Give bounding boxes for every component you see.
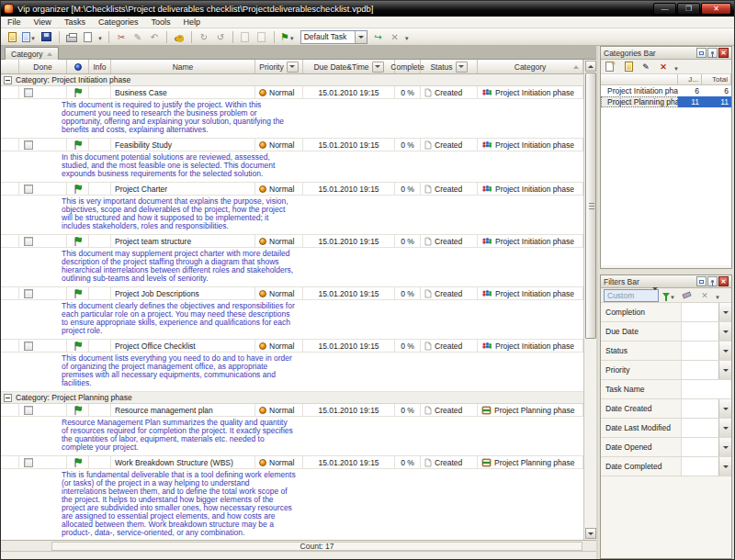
filter-value[interactable] xyxy=(682,399,718,418)
menu-tools[interactable]: Tools xyxy=(144,17,176,28)
apply-filter-button[interactable]: ▼ xyxy=(662,288,677,302)
filter-dropdown-button[interactable] xyxy=(718,342,731,360)
menu-categories[interactable]: Categories xyxy=(92,17,145,28)
task-row[interactable]: Project team structure Normal 15.01.2010… xyxy=(1,235,583,248)
scrollbar-thumb[interactable] xyxy=(585,73,596,339)
filter-value[interactable] xyxy=(682,322,718,341)
categories-col-j[interactable]: J... xyxy=(678,74,702,84)
category-item[interactable]: Project Initiation phase 6 6 xyxy=(601,85,731,96)
pin-panel-button[interactable] xyxy=(707,276,718,286)
close-panel-button[interactable]: ✕ xyxy=(718,48,729,58)
preset-dropdown-button[interactable] xyxy=(652,290,658,301)
menu-help[interactable]: Help xyxy=(176,17,207,28)
group-row[interactable]: Category: Project Planning phase xyxy=(1,392,583,404)
filter-value[interactable] xyxy=(682,342,718,360)
filter-preset-combo[interactable]: Custom xyxy=(604,289,659,302)
vertical-scrollbar[interactable] xyxy=(583,60,596,540)
filter-dropdown-button[interactable] xyxy=(718,399,731,418)
move-up-button[interactable]: ↻ xyxy=(197,30,211,44)
header-complete[interactable]: Complete xyxy=(395,60,421,73)
maximize-button[interactable]: ❐ xyxy=(677,3,700,15)
filter-value[interactable] xyxy=(682,361,718,379)
save-button[interactable] xyxy=(40,30,54,44)
move-down-button[interactable]: ↺ xyxy=(213,30,228,44)
categories-toolbar-overflow[interactable]: ▼ xyxy=(673,66,679,72)
flag-button[interactable]: ⚑▼ xyxy=(279,30,297,44)
horizontal-scrollbar[interactable] xyxy=(1,551,596,560)
undo-button[interactable]: ↶ xyxy=(147,30,162,44)
toolbar-overflow[interactable]: ▼ xyxy=(97,36,103,41)
collapse-group-icon[interactable] xyxy=(4,394,12,402)
delete-filter-button[interactable]: ✕ xyxy=(697,288,712,302)
close-button[interactable]: ✕ xyxy=(701,3,731,15)
header-info[interactable]: Info xyxy=(89,60,111,73)
filter-value[interactable] xyxy=(682,438,718,456)
add-category-button[interactable]: ✶ xyxy=(604,60,618,73)
collapse-group-icon[interactable] xyxy=(4,76,12,84)
done-checkbox[interactable] xyxy=(24,406,33,415)
task-row[interactable]: Project Charter Normal 15.01.2010 19:15 … xyxy=(1,183,583,196)
header-name[interactable]: Name xyxy=(111,60,255,73)
filter-value[interactable] xyxy=(682,380,731,398)
scroll-up-button[interactable] xyxy=(585,61,596,72)
categories-col-total[interactable]: Total xyxy=(702,74,731,84)
attach-button[interactable] xyxy=(172,30,187,44)
minimize-button[interactable]: — xyxy=(653,3,676,15)
task-row[interactable]: Feasibility Study Normal 15.01.2010 19:1… xyxy=(1,139,583,151)
done-checkbox[interactable] xyxy=(24,185,33,194)
undock-panel-button[interactable] xyxy=(696,48,707,58)
menu-tasks[interactable]: Tasks xyxy=(58,17,92,28)
undock-panel-button[interactable] xyxy=(696,276,707,286)
header-status[interactable]: Status xyxy=(421,60,478,73)
done-checkbox[interactable] xyxy=(24,237,33,246)
header-category[interactable]: Category xyxy=(478,60,583,73)
new-task-button[interactable]: ▼ xyxy=(21,30,38,44)
done-checkbox[interactable] xyxy=(24,140,33,150)
filter-dropdown-button[interactable] xyxy=(718,457,731,476)
delete-template-button[interactable]: ✕ xyxy=(388,30,402,44)
menu-file[interactable]: File xyxy=(1,17,28,28)
filter-dropdown-button[interactable] xyxy=(718,303,731,321)
header-priority[interactable]: Priority xyxy=(255,60,303,73)
delete-category-button[interactable]: ✕ xyxy=(656,60,671,73)
task-row[interactable]: Project Job Descriptions Normal 15.01.20… xyxy=(1,287,583,300)
new-note-button[interactable] xyxy=(5,30,19,44)
filter-dropdown-button[interactable] xyxy=(718,361,731,379)
filter-dropdown-button[interactable] xyxy=(718,438,731,456)
filter-dropdown-button[interactable] xyxy=(718,322,731,341)
header-flag-column[interactable] xyxy=(67,60,89,73)
default-task-combo[interactable]: Default Task xyxy=(300,30,368,44)
task-row[interactable]: Resource management plan Normal 15.01.20… xyxy=(1,404,583,417)
header-due-date[interactable]: Due Date&Time xyxy=(303,60,395,73)
category-item-selected[interactable]: Project Planning phase 11 11 xyxy=(601,96,731,107)
filters-toolbar-overflow[interactable]: ▼ xyxy=(715,295,720,300)
group-row[interactable]: Category: Project Initiation phase xyxy=(1,74,583,86)
close-panel-button[interactable]: ✕ xyxy=(718,276,729,286)
add-subcategory-button[interactable] xyxy=(621,60,636,73)
cut-button[interactable]: ✂ xyxy=(114,30,129,44)
priority-filter-button[interactable] xyxy=(287,62,299,73)
header-done[interactable]: Done xyxy=(19,60,67,73)
menu-view[interactable]: View xyxy=(28,17,58,28)
toolbar-overflow[interactable]: ▼ xyxy=(404,36,410,41)
paste-button[interactable] xyxy=(254,30,269,44)
done-checkbox[interactable] xyxy=(24,88,33,97)
due-filter-button[interactable] xyxy=(372,62,384,73)
pin-panel-button[interactable] xyxy=(707,48,718,58)
clear-filter-button[interactable] xyxy=(680,288,695,302)
done-checkbox[interactable] xyxy=(24,342,33,351)
filter-value[interactable] xyxy=(682,303,718,321)
print-preview-button[interactable] xyxy=(81,30,96,44)
combo-dropdown-button[interactable] xyxy=(355,31,367,43)
filter-value[interactable] xyxy=(682,419,718,437)
edit-category-button[interactable]: ✎ xyxy=(639,60,653,73)
edit-button[interactable]: ✎ xyxy=(130,30,145,44)
task-row[interactable]: Work Breakdown Structure (WBS) Normal 15… xyxy=(1,456,583,469)
status-filter-button[interactable] xyxy=(456,62,468,73)
group-by-category-tab[interactable]: Category xyxy=(5,47,59,60)
task-row[interactable]: Business Case Normal 15.01.2010 19:15 0 … xyxy=(1,86,583,99)
task-row[interactable]: Project Office Checklist Normal 15.01.20… xyxy=(1,340,583,353)
categories-col-name[interactable] xyxy=(601,74,678,84)
copy-button[interactable] xyxy=(238,30,253,44)
scroll-down-button[interactable] xyxy=(585,528,596,539)
